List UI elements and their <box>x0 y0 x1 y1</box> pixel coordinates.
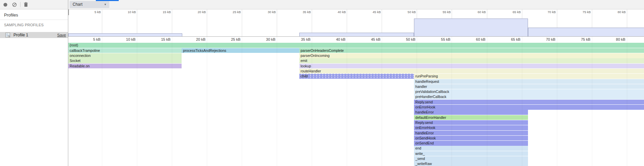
ruler-tick-label: 65 kB <box>501 10 521 14</box>
gridline <box>347 9 347 36</box>
profile-table-icon: % <box>5 33 10 37</box>
profiler-window: Chart ▼ Profiles SAMPLING PROFILES % Pro… <box>0 0 644 166</box>
flame-frame[interactable]: preHandlerCallback <box>414 94 644 99</box>
overview-usage-segment <box>414 19 528 36</box>
flame-frame[interactable]: preValidationCallback <box>414 89 644 94</box>
save-link[interactable]: Save <box>57 32 66 38</box>
flame-frame[interactable]: onErrorHook <box>414 105 644 110</box>
gridline <box>207 9 207 36</box>
trash-icon <box>24 2 28 7</box>
record-button[interactable] <box>3 2 8 7</box>
flame-frame[interactable]: _writeRaw <box>414 161 528 166</box>
ruler-tick-label: 35 kB <box>291 10 311 14</box>
flame-frame[interactable]: Reply.send <box>414 120 528 125</box>
gridline <box>102 9 102 36</box>
ruler-tick-label: 15 kB <box>151 10 171 14</box>
chevron-down-icon: ▼ <box>104 1 107 8</box>
gridline <box>242 36 242 166</box>
overview-usage-segment <box>528 28 644 36</box>
ruler-tick-label: 35 kB <box>289 37 310 41</box>
ruler-tick-label: 30 kB <box>256 10 276 14</box>
gridline <box>557 36 557 166</box>
chart-view-select[interactable]: Chart ▼ <box>70 1 109 8</box>
flame-frame[interactable]: callbackTrampoline <box>68 48 182 53</box>
flame-frame[interactable]: handleRequest <box>414 79 644 84</box>
flame-frame[interactable]: handler <box>414 84 644 89</box>
gridline <box>137 9 137 36</box>
active-tab-indicator <box>96 0 119 1</box>
ruler-tick-label: 80 kB <box>606 10 626 14</box>
gridline <box>417 36 417 166</box>
flame-frame[interactable]: parserOnIncoming <box>299 53 644 58</box>
ruler-tick-label: 45 kB <box>361 10 381 14</box>
ruler-tick-label: 25 kB <box>221 10 241 14</box>
flame-frame[interactable]: parserOnHeadersComplete <box>299 48 644 53</box>
gridline <box>522 36 522 166</box>
gridline <box>137 36 137 166</box>
overview-left-edge <box>68 9 69 15</box>
gridline <box>487 36 487 166</box>
flame-frame[interactable]: routeHandler <box>299 69 644 74</box>
ruler-tick-label: 70 kB <box>534 37 556 41</box>
overview-baseline <box>68 36 644 37</box>
ruler-tick-label: 60 kB <box>464 37 486 41</box>
sidebar-item-profile-1[interactable]: % Profile 1 Save <box>0 32 68 38</box>
ruler-tick-label: 80 kB <box>604 37 626 41</box>
sidebar-divider <box>0 20 68 20</box>
gridline <box>592 36 592 166</box>
ruler-tick-label: 40 kB <box>326 10 346 14</box>
profiles-title: Profiles <box>4 13 18 18</box>
flame-frame[interactable]: child <box>299 74 414 79</box>
ruler-tick-label: 10 kB <box>116 10 136 14</box>
flame-frame[interactable]: Readable.on <box>68 64 182 69</box>
flame-frame[interactable]: runPreParsing <box>414 74 644 79</box>
flame-frame[interactable]: write_ <box>414 151 528 156</box>
gridline <box>382 9 382 36</box>
ruler-tick-label: 5 kB <box>81 10 101 14</box>
ruler-tick-label: 5 kB <box>79 37 101 41</box>
ruler-tick-label: 25 kB <box>219 37 240 41</box>
flame-frame[interactable]: emit <box>299 58 644 63</box>
ruler-tick-label: 50 kB <box>394 37 415 41</box>
flame-frame[interactable]: handleError <box>414 110 528 115</box>
flame-frame[interactable]: onErrorHook <box>414 125 528 130</box>
gridline <box>627 36 627 166</box>
ruler-tick-label: 55 kB <box>430 10 451 14</box>
flame-frame[interactable]: onSendHook <box>414 136 528 141</box>
sidebar-border <box>68 0 68 166</box>
chart-view-select-value: Chart <box>73 2 82 7</box>
ruler-tick-label: 55 kB <box>429 37 450 41</box>
flame-frame[interactable]: (root) <box>68 43 644 48</box>
ruler-tick-label: 75 kB <box>571 10 591 14</box>
gridline <box>172 9 172 36</box>
flame-frame[interactable]: lookup <box>299 64 644 69</box>
toolbar-separator <box>20 2 21 7</box>
flame-frame[interactable]: Reply.send <box>414 100 644 105</box>
overview-usage-segment <box>68 33 182 36</box>
overview-usage-segment <box>299 33 414 36</box>
flame-frame[interactable]: onconnection <box>68 53 182 58</box>
flame-frame[interactable]: Socket <box>68 58 182 63</box>
flame-frame[interactable]: end <box>414 146 528 151</box>
gridline <box>452 36 452 166</box>
ruler-tick-label: 50 kB <box>395 10 416 14</box>
gridline <box>312 9 312 36</box>
ruler-tick-label: 60 kB <box>466 10 486 14</box>
sidebar: Profiles SAMPLING PROFILES % Profile 1 S… <box>0 9 68 166</box>
gridline <box>277 9 277 36</box>
flame-frame[interactable]: processTicksAndRejections <box>182 48 299 53</box>
toolbar: Chart ▼ <box>0 0 644 9</box>
gridline <box>382 36 382 166</box>
circle-slash-icon <box>12 2 17 7</box>
sampling-profiles-section-label: SAMPLING PROFILES <box>4 23 44 27</box>
ruler-tick-label: 65 kB <box>499 37 521 41</box>
gridline <box>172 36 172 166</box>
clear-button[interactable] <box>12 2 17 7</box>
flame-frame[interactable]: _send <box>414 156 528 161</box>
ruler-tick-label: 10 kB <box>114 37 136 41</box>
delete-button[interactable] <box>24 2 28 7</box>
flame-frame[interactable]: defaultErrorHandler <box>414 115 528 120</box>
svg-text:%: % <box>8 35 10 37</box>
flame-frame[interactable]: onSendEnd <box>414 141 528 146</box>
flame-frame[interactable]: handleError <box>414 131 528 136</box>
